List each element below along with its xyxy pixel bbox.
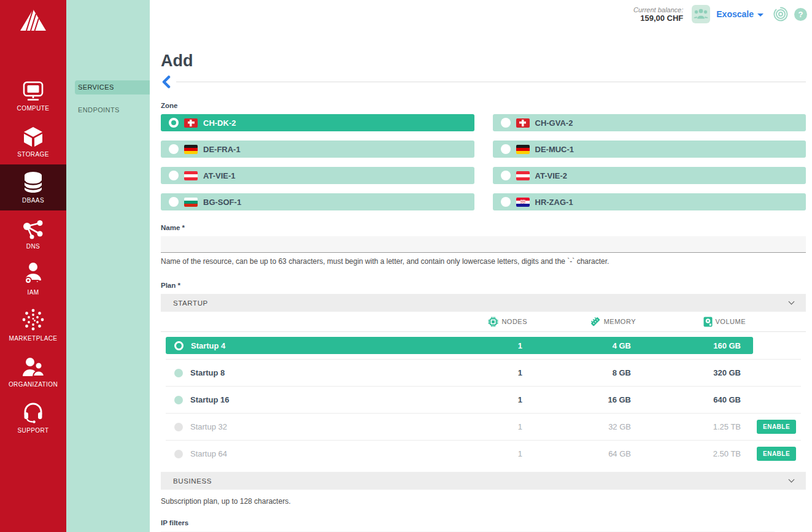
plan-rows: Startup 4 1 4 GB 160 GB Startup 8 1 8 GB [161, 332, 806, 467]
database-icon [23, 171, 44, 193]
plan-group-business[interactable]: BUSINESS [161, 472, 806, 490]
plan-nodes: 1 [467, 422, 522, 431]
sidebar-item-label: ORGANIZATION [9, 381, 58, 388]
app-window: COMPUTE STORAGE DBAAS DNS [0, 0, 812, 532]
disk-volume-icon [703, 317, 713, 327]
cpu-chip-icon [488, 317, 498, 327]
radio[interactable] [169, 197, 179, 207]
primary-sidebar: COMPUTE STORAGE DBAAS DNS [0, 0, 66, 532]
zone-code: CH-DK-2 [203, 118, 236, 128]
plan-nodes: 1 [467, 341, 522, 350]
ram-memory-icon [590, 316, 601, 327]
zone-option-hr-zag-1[interactable]: HR-ZAG-1 [493, 193, 806, 210]
zone-code: BG-SOF-1 [203, 198, 241, 207]
plan-nodes: 1 [467, 395, 522, 404]
enable-button[interactable]: ENABLE [757, 420, 796, 434]
plan-label: Plan * [161, 282, 806, 289]
flag-hr-icon [516, 198, 530, 207]
zone-code: DE-FRA-1 [203, 145, 241, 154]
back-button[interactable] [161, 75, 171, 88]
zone-code: AT-VIE-1 [203, 171, 236, 180]
plan-volume: 640 GB [631, 395, 741, 404]
enable-button[interactable]: ENABLE [757, 447, 796, 461]
plan-table-header: NODES MEMORY VOLUME [161, 312, 806, 332]
plan-name: Startup 16 [190, 395, 467, 404]
plan-group-startup[interactable]: STARTUP [161, 294, 806, 312]
exoscale-logo[interactable] [0, 0, 66, 43]
sidebar-item-organization[interactable]: ORGANIZATION [0, 349, 66, 395]
sidebar-item-label: STORAGE [17, 151, 49, 158]
zone-option-bg-sof-1[interactable]: BG-SOF-1 [161, 193, 474, 210]
zone-option-at-vie-2[interactable]: AT-VIE-2 [493, 167, 806, 184]
radio[interactable] [501, 144, 511, 154]
sidebar-item-support[interactable]: SUPPORT [0, 395, 66, 441]
flag-de-icon [184, 145, 198, 154]
plan-group-title: BUSINESS [173, 477, 212, 485]
sidebar-item-storage[interactable]: STORAGE [0, 118, 66, 164]
flag-ch-icon [516, 118, 530, 128]
radio[interactable] [174, 369, 183, 377]
radio-disabled [174, 450, 183, 458]
zone-label: Zone [161, 102, 806, 109]
zone-list: CH-DK-2 CH-GVA-2 DE-FRA-1 DE-MUC-1 [161, 114, 806, 210]
plan-memory: 64 GB [522, 449, 631, 458]
primary-nav: COMPUTE STORAGE DBAAS DNS [0, 72, 66, 441]
zone-option-ch-dk-2[interactable]: CH-DK-2 [161, 114, 474, 131]
chevron-down-icon [789, 299, 795, 305]
radio[interactable] [169, 144, 179, 154]
sidebar-item-label: DBAAS [22, 197, 44, 204]
radio[interactable] [501, 118, 511, 128]
radio[interactable] [501, 197, 511, 207]
topbar: Current balance: 159,00 CHF Exoscale [633, 5, 807, 23]
notifications-broadcast-icon[interactable] [773, 7, 788, 21]
radio[interactable] [501, 171, 511, 180]
zone-option-at-vie-1[interactable]: AT-VIE-1 [161, 167, 474, 184]
plan-memory: 4 GB [522, 341, 631, 350]
plan-row-startup-4[interactable]: Startup 4 1 4 GB 160 GB [166, 332, 801, 359]
plan-row-startup-16[interactable]: Startup 16 1 16 GB 640 GB [166, 386, 801, 413]
plan-nodes: 1 [467, 449, 522, 458]
avatar[interactable] [692, 5, 710, 23]
sidebar-item-dns[interactable]: DNS [0, 210, 66, 256]
plan-name: Startup 64 [190, 449, 467, 458]
monitor-icon [22, 79, 44, 101]
radio[interactable] [174, 396, 183, 404]
plan-row-startup-64: Startup 64 1 64 GB 2.50 TB ENABLE [166, 440, 801, 467]
flag-at-icon [184, 171, 198, 180]
subnav-item-endpoints[interactable]: ENDPOINTS [66, 106, 150, 114]
flag-at-icon [516, 171, 530, 180]
subnav-item-services[interactable]: SERVICES [75, 80, 150, 94]
zone-option-ch-gva-2[interactable]: CH-GVA-2 [493, 114, 806, 131]
plan-volume: 160 GB [631, 341, 741, 350]
secondary-sidebar: SERVICES ENDPOINTS [66, 0, 150, 532]
zone-code: HR-ZAG-1 [535, 198, 573, 207]
account-menu[interactable]: Exoscale [716, 9, 764, 19]
radio-selected[interactable] [174, 341, 184, 350]
radio[interactable] [169, 171, 179, 180]
divider [176, 82, 806, 82]
account-name: Exoscale [716, 9, 754, 19]
balance-label: Current balance: [633, 6, 683, 13]
radio-selected[interactable] [169, 118, 179, 128]
sidebar-item-dbaas[interactable]: DBAAS [0, 164, 66, 210]
dotted-burst-icon [21, 309, 45, 331]
chevron-left-icon [161, 75, 171, 88]
plan-name: Startup 8 [190, 368, 467, 377]
sidebar-item-label: DNS [26, 243, 40, 250]
plan-row-startup-32: Startup 32 1 32 GB 1.25 TB ENABLE [166, 413, 801, 440]
help-icon[interactable]: ? [794, 8, 807, 21]
name-input[interactable] [161, 236, 806, 253]
plan-row-startup-8[interactable]: Startup 8 1 8 GB 320 GB [166, 359, 801, 386]
sidebar-item-label: IAM [28, 289, 39, 296]
zone-option-de-muc-1[interactable]: DE-MUC-1 [493, 141, 806, 158]
sidebar-item-marketplace[interactable]: MARKETPLACE [0, 303, 66, 349]
chevron-down-icon [789, 477, 795, 483]
flag-ch-icon [184, 118, 198, 128]
plan-name: Startup 32 [190, 422, 467, 431]
headset-icon [23, 401, 44, 423]
cube-icon [23, 125, 44, 147]
sidebar-item-compute[interactable]: COMPUTE [0, 72, 66, 118]
sidebar-item-iam[interactable]: IAM [0, 256, 66, 303]
zone-code: CH-GVA-2 [535, 118, 573, 128]
zone-option-de-fra-1[interactable]: DE-FRA-1 [161, 141, 474, 158]
